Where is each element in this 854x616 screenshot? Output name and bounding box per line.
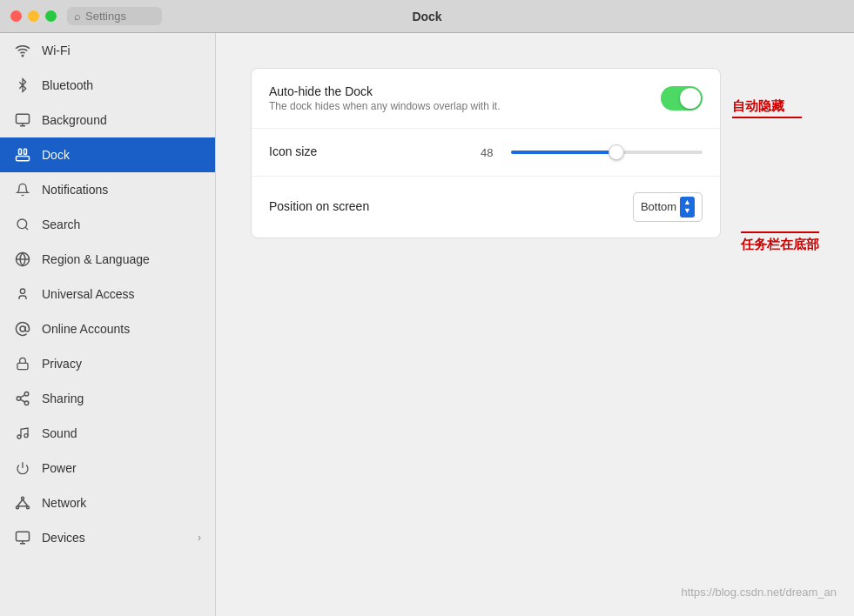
sidebar-item-dock[interactable]: Dock bbox=[0, 137, 215, 172]
svg-point-11 bbox=[20, 289, 24, 293]
autohide-toggle[interactable] bbox=[661, 86, 703, 110]
sidebar-item-background[interactable]: Background bbox=[0, 103, 215, 137]
search-input[interactable] bbox=[85, 10, 155, 23]
sidebar-label-notifications: Notifications bbox=[42, 183, 108, 197]
svg-point-19 bbox=[17, 435, 21, 439]
position-select-control: Bottom ▲ ▼ bbox=[633, 192, 703, 222]
sidebar-item-universal-access[interactable]: Universal Access bbox=[0, 277, 215, 311]
content-area: Auto-hide the Dock The dock hides when a… bbox=[216, 33, 854, 616]
maximize-button[interactable] bbox=[45, 10, 57, 22]
sidebar-label-region-language: Region & Language bbox=[42, 252, 150, 266]
svg-line-17 bbox=[20, 399, 24, 402]
wifi-icon bbox=[14, 42, 31, 59]
sidebar-item-sound[interactable]: Sound bbox=[0, 416, 215, 451]
position-select-arrows: ▲ ▼ bbox=[680, 197, 695, 218]
sidebar-label-universal-access: Universal Access bbox=[42, 287, 135, 301]
annotation-autohide-label: 自动隐藏 bbox=[732, 98, 784, 115]
at-icon bbox=[14, 320, 31, 338]
sidebar-label-online-accounts: Online Accounts bbox=[42, 322, 130, 336]
network-icon bbox=[14, 494, 31, 512]
svg-rect-28 bbox=[17, 532, 30, 541]
minimize-button[interactable] bbox=[28, 10, 39, 22]
sidebar-item-region-language[interactable]: Region & Language bbox=[0, 242, 215, 277]
position-label-group: Position on screen bbox=[269, 199, 633, 215]
titlebar-search-box[interactable]: ⌕ bbox=[67, 7, 162, 25]
sidebar-item-notifications[interactable]: Notifications bbox=[0, 172, 215, 207]
search-icon bbox=[14, 216, 31, 233]
window-controls bbox=[10, 10, 57, 22]
person-icon bbox=[14, 285, 31, 303]
slider-thumb[interactable] bbox=[609, 144, 624, 160]
annotation-autohide: 自动隐藏 bbox=[732, 98, 802, 118]
position-current-value: Bottom bbox=[641, 200, 676, 213]
autohide-toggle-control bbox=[661, 86, 703, 110]
sidebar-label-sound: Sound bbox=[42, 426, 77, 440]
position-row: Position on screen Bottom ▲ ▼ bbox=[252, 177, 720, 238]
svg-rect-13 bbox=[17, 363, 28, 369]
icon-size-title: Icon size bbox=[269, 144, 481, 158]
sidebar-label-power: Power bbox=[42, 461, 77, 475]
svg-point-20 bbox=[24, 434, 28, 438]
titlebar-title: Dock bbox=[412, 10, 441, 23]
svg-line-8 bbox=[25, 227, 28, 230]
power-icon bbox=[14, 459, 31, 477]
sidebar-item-online-accounts[interactable]: Online Accounts bbox=[0, 311, 215, 346]
svg-rect-1 bbox=[17, 114, 30, 124]
icon-size-label-group: Icon size bbox=[269, 144, 481, 160]
annotation-autohide-line bbox=[732, 117, 802, 118]
svg-line-25 bbox=[17, 499, 23, 506]
svg-rect-5 bbox=[19, 149, 22, 154]
svg-point-12 bbox=[20, 326, 25, 331]
music-icon bbox=[14, 425, 31, 442]
toggle-knob bbox=[680, 88, 701, 109]
dock-settings-card: Auto-hide the Dock The dock hides when a… bbox=[251, 68, 721, 238]
svg-point-14 bbox=[24, 392, 29, 397]
sidebar-label-network: Network bbox=[42, 496, 86, 510]
close-button[interactable] bbox=[10, 10, 22, 22]
sidebar-item-privacy[interactable]: Privacy bbox=[0, 346, 215, 381]
autohide-label-group: Auto-hide the Dock The dock hides when a… bbox=[269, 84, 661, 112]
sidebar-item-devices[interactable]: Devices › bbox=[0, 520, 215, 555]
devices-icon bbox=[14, 529, 31, 546]
autohide-title: Auto-hide the Dock bbox=[269, 84, 661, 98]
svg-point-7 bbox=[17, 219, 27, 229]
bluetooth-icon bbox=[14, 77, 31, 94]
sidebar-item-search[interactable]: Search bbox=[0, 207, 215, 242]
share-icon bbox=[14, 390, 31, 407]
slider-value: 48 bbox=[481, 146, 502, 159]
lock-icon bbox=[14, 355, 31, 372]
annotation-position: 任务栏在底部 bbox=[741, 231, 819, 253]
sidebar-label-bluetooth: Bluetooth bbox=[42, 78, 93, 92]
sidebar-item-power[interactable]: Power bbox=[0, 451, 215, 485]
watermark: https://blog.csdn.net/dream_an bbox=[681, 586, 837, 599]
position-title: Position on screen bbox=[269, 199, 633, 213]
background-icon bbox=[14, 111, 31, 129]
annotation-position-label: 任务栏在底部 bbox=[741, 237, 819, 253]
svg-line-18 bbox=[20, 395, 24, 398]
chevron-right-icon: › bbox=[198, 532, 201, 544]
bell-icon bbox=[14, 181, 31, 198]
search-icon: ⌕ bbox=[74, 10, 81, 23]
icon-size-row: Icon size 48 bbox=[252, 129, 720, 177]
svg-point-0 bbox=[22, 55, 24, 57]
svg-rect-6 bbox=[24, 149, 27, 154]
sidebar-label-background: Background bbox=[42, 113, 107, 127]
sidebar-item-wifi[interactable]: Wi-Fi bbox=[0, 33, 215, 68]
sidebar-label-dock: Dock bbox=[42, 148, 70, 162]
sidebar-label-search: Search bbox=[42, 218, 80, 231]
dock-icon bbox=[14, 146, 31, 164]
sidebar-item-network[interactable]: Network bbox=[0, 485, 215, 520]
svg-line-26 bbox=[23, 499, 28, 506]
svg-point-22 bbox=[22, 497, 24, 499]
sidebar-label-devices: Devices bbox=[42, 531, 85, 545]
sidebar-item-sharing[interactable]: Sharing bbox=[0, 381, 215, 416]
sidebar-label-privacy: Privacy bbox=[42, 357, 82, 371]
svg-point-16 bbox=[24, 401, 29, 405]
slider-track[interactable] bbox=[511, 151, 703, 154]
sidebar-item-bluetooth[interactable]: Bluetooth bbox=[0, 68, 215, 103]
autohide-row: Auto-hide the Dock The dock hides when a… bbox=[252, 69, 720, 129]
autohide-subtitle: The dock hides when any windows overlap … bbox=[269, 100, 661, 112]
position-select[interactable]: Bottom ▲ ▼ bbox=[633, 192, 703, 222]
sidebar: Wi-Fi Bluetooth Background Dock Notifica… bbox=[0, 33, 216, 616]
icon-size-slider-control: 48 bbox=[481, 146, 703, 159]
